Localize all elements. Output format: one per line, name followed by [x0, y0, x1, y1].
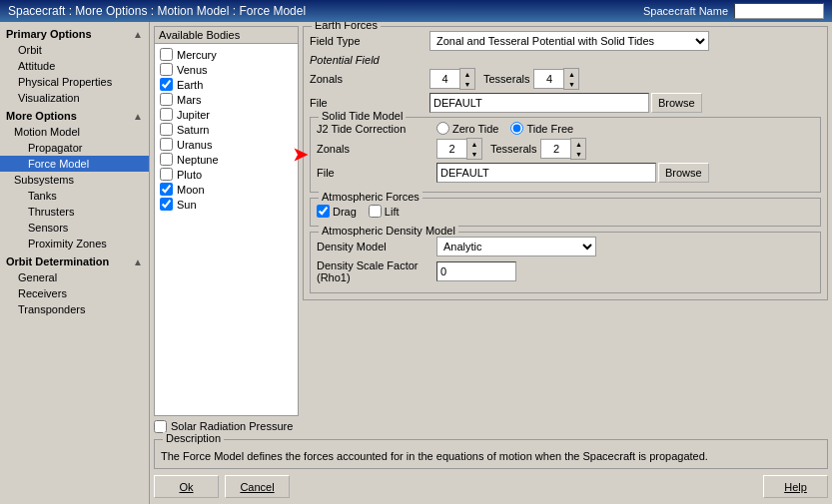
solid-zonals-input[interactable]: [436, 139, 466, 159]
pluto-checkbox[interactable]: [160, 168, 173, 181]
sidebar-item-propagator[interactable]: Propagator: [0, 140, 149, 156]
density-scale-label: Density Scale Factor (Rho1): [317, 259, 436, 283]
mars-label: Mars: [177, 94, 201, 106]
tesserals-input[interactable]: [533, 69, 563, 89]
list-item: Neptune: [158, 152, 295, 167]
lift-checkbox[interactable]: [369, 205, 382, 218]
density-scale-input[interactable]: [436, 261, 516, 281]
sidebar-item-physical-properties[interactable]: Physical Properties: [0, 74, 149, 90]
file-browse-btn[interactable]: Browse: [651, 93, 702, 113]
sidebar-item-tanks[interactable]: Tanks: [0, 188, 149, 204]
field-type-row: Field Type Zonal and Tesseral Potential …: [310, 31, 821, 51]
sidebar-item-general[interactable]: General: [0, 269, 149, 285]
solid-tesserals-input[interactable]: [540, 139, 570, 159]
sidebar-item-transponders[interactable]: Transponders: [0, 301, 149, 317]
sidebar-item-thrusters[interactable]: Thrusters: [0, 204, 149, 220]
description-title: Description: [163, 432, 224, 444]
list-item: Jupiter: [158, 107, 295, 122]
tesserals-down-btn[interactable]: ▼: [564, 79, 578, 89]
sidebar-item-motion-model[interactable]: Motion Model: [0, 124, 149, 140]
density-model-row: Density Model Analytic NRLMSISE-00 Jacch…: [317, 237, 814, 256]
earth-forces-title: Earth Forces: [312, 22, 381, 31]
sidebar-item-sensors[interactable]: Sensors: [0, 220, 149, 236]
tesserals-up-btn[interactable]: ▲: [564, 69, 578, 79]
spacecraft-name-label: Spacecraft Name: [643, 5, 728, 17]
sun-checkbox[interactable]: [160, 198, 173, 211]
neptune-checkbox[interactable]: [160, 153, 173, 166]
jupiter-checkbox[interactable]: [160, 108, 173, 121]
cancel-button[interactable]: Cancel: [225, 475, 290, 498]
file-input[interactable]: [429, 93, 649, 113]
content-area: Available Bodies Mercury Venus Earth: [150, 22, 832, 504]
sidebar-item-attitude[interactable]: Attitude: [0, 58, 149, 74]
solid-file-label: File: [317, 167, 436, 179]
spacecraft-name-input[interactable]: Spacecraft1: [734, 3, 824, 19]
sidebar: Primary Options ▲ Orbit Attitude Physica…: [0, 22, 150, 504]
jupiter-label: Jupiter: [177, 109, 210, 121]
drag-label: Drag: [333, 206, 357, 218]
more-options-arrow: ▲: [133, 111, 143, 122]
venus-checkbox[interactable]: [160, 63, 173, 76]
available-bodies-panel: Available Bodies Mercury Venus Earth: [154, 26, 299, 416]
pluto-label: Pluto: [177, 169, 202, 181]
tesserals-label: Tesserals: [483, 73, 529, 85]
saturn-checkbox[interactable]: [160, 123, 173, 136]
sidebar-item-visualization[interactable]: Visualization: [0, 90, 149, 106]
atmospheric-forces-title: Atmospheric Forces: [319, 191, 422, 203]
sidebar-item-orbit[interactable]: Orbit: [0, 42, 149, 58]
drag-item: Drag: [317, 205, 357, 218]
density-model-select[interactable]: Analytic NRLMSISE-00 Jacchia 1970: [436, 237, 596, 256]
zonals-input[interactable]: [429, 69, 459, 89]
solar-radiation-row: Solar Radiation Pressure: [154, 420, 828, 433]
uranus-checkbox[interactable]: [160, 138, 173, 151]
venus-label: Venus: [177, 64, 208, 76]
red-arrow-indicator: ➤: [293, 144, 308, 166]
atm-forces-row: Drag Lift: [317, 205, 814, 218]
list-item: Earth: [158, 77, 295, 92]
solid-zonals-down-btn[interactable]: ▼: [467, 149, 481, 159]
list-item: Mercury: [158, 47, 295, 62]
zonals-down-btn[interactable]: ▼: [460, 79, 474, 89]
j2-tide-row: J2 Tide Correction Zero Tide Tide Free: [317, 122, 814, 135]
drag-checkbox[interactable]: [317, 205, 330, 218]
j2-tide-radio-group: Zero Tide Tide Free: [436, 122, 573, 135]
mercury-label: Mercury: [177, 49, 217, 61]
bodies-panel-header: Available Bodies: [155, 27, 298, 44]
earth-checkbox[interactable]: [160, 78, 173, 91]
sidebar-item-receivers[interactable]: Receivers: [0, 285, 149, 301]
solid-tesserals-up-btn[interactable]: ▲: [571, 139, 585, 149]
more-options-header: More Options ▲: [0, 108, 149, 124]
description-box: Description The Force Model defines the …: [154, 439, 828, 470]
list-item: Venus: [158, 62, 295, 77]
help-button[interactable]: Help: [763, 475, 828, 498]
moon-checkbox[interactable]: [160, 183, 173, 196]
sidebar-item-force-model[interactable]: Force Model: [0, 156, 149, 172]
zero-tide-radio[interactable]: [436, 122, 449, 135]
sidebar-item-proximity-zones[interactable]: Proximity Zones: [0, 236, 149, 252]
density-model-label: Density Model: [317, 241, 436, 252]
primary-options-header: Primary Options ▲: [0, 26, 149, 42]
mars-checkbox[interactable]: [160, 93, 173, 106]
ok-button[interactable]: Ok: [154, 475, 219, 498]
solid-tesserals-spinbox: ▲ ▼: [540, 138, 586, 160]
zonals-up-btn[interactable]: ▲: [460, 69, 474, 79]
list-item: Pluto: [158, 167, 295, 182]
bottom-buttons: Ok Cancel Help: [154, 471, 828, 500]
top-panels: Available Bodies Mercury Venus Earth: [154, 26, 828, 416]
atmospheric-density-model-group: Atmospheric Density Model Density Model …: [310, 232, 821, 293]
solid-file-input[interactable]: [436, 163, 656, 183]
solid-zonals-up-btn[interactable]: ▲: [467, 139, 481, 149]
zero-tide-label: Zero Tide: [452, 123, 498, 135]
zonals-spin-buttons: ▲ ▼: [459, 68, 475, 90]
list-item: Sun: [158, 197, 295, 212]
tide-free-radio[interactable]: [510, 122, 523, 135]
mercury-checkbox[interactable]: [160, 48, 173, 61]
moon-label: Moon: [177, 184, 205, 196]
zero-tide-radio-item: Zero Tide: [436, 122, 498, 135]
field-type-select[interactable]: Zonal and Tesseral Potential with Solid …: [429, 31, 709, 51]
solid-tesserals-down-btn[interactable]: ▼: [571, 149, 585, 159]
solid-file-browse-btn[interactable]: Browse: [658, 163, 709, 183]
title-text: Spacecraft : More Options : Motion Model…: [8, 4, 306, 18]
zonals-row: Zonals ▲ ▼ Tesserals ▲: [310, 68, 821, 90]
earth-label: Earth: [177, 79, 203, 91]
